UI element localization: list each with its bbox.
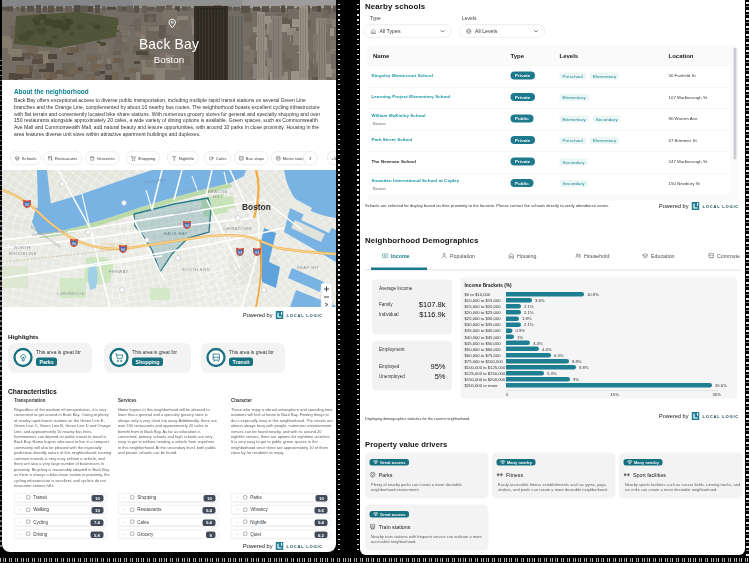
svg-text:LONGWOOD: LONGWOOD [57, 291, 85, 296]
svg-text:90: 90 [25, 203, 29, 207]
svg-text:BACK BAY: BACK BAY [164, 231, 188, 236]
svg-text:SOUTH END: SOUTH END [182, 267, 210, 272]
svg-text:FENWAY: FENWAY [109, 269, 129, 274]
svg-text:93: 93 [255, 251, 259, 255]
svg-text:BROOKLINE: BROOKLINE [9, 251, 37, 256]
svg-text:90: 90 [72, 242, 76, 246]
svg-text:CHINATOWN: CHINATOWN [223, 226, 252, 231]
svg-text:NORTH: NORTH [14, 245, 31, 250]
svg-text:93: 93 [238, 251, 242, 255]
svg-text:Boston: Boston [242, 202, 271, 212]
svg-text:HILL: HILL [213, 194, 224, 199]
svg-text:SEAPORT: SEAPORT [297, 265, 320, 270]
svg-text:90: 90 [185, 224, 189, 228]
svg-text:90: 90 [121, 248, 125, 252]
